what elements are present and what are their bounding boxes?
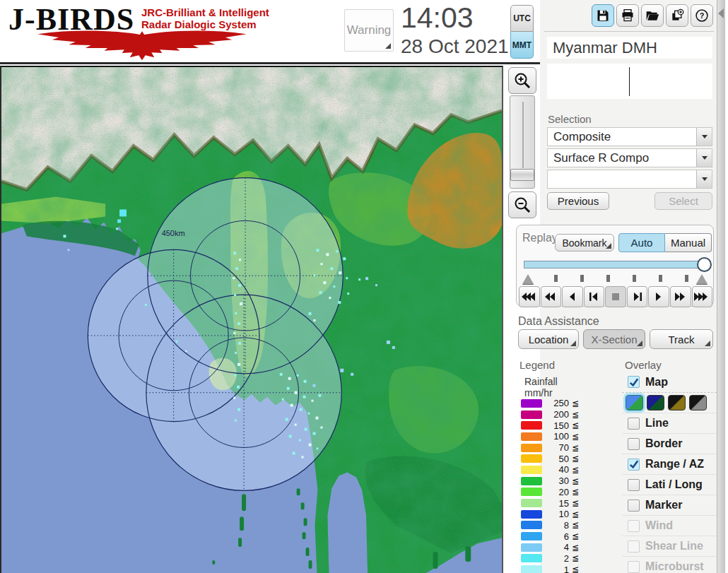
step-first-icon xyxy=(585,291,603,302)
tick-mark xyxy=(659,275,662,282)
clock-time: 14:03 xyxy=(401,1,474,35)
range-start-marker[interactable] xyxy=(522,274,534,284)
step-first-button[interactable] xyxy=(584,286,605,307)
legend-color-swatch xyxy=(521,488,542,496)
overlay-row-map: Map xyxy=(622,372,717,392)
chevron-down-icon[interactable] xyxy=(696,170,712,188)
checkmark-icon xyxy=(629,377,639,387)
help-icon: ? xyxy=(695,8,709,23)
station-selector-box[interactable] xyxy=(547,64,712,99)
zoom-out-button[interactable] xyxy=(508,191,536,218)
legend-lte-symbol: ≦ xyxy=(572,509,579,519)
timezone-toggle: UTC MMT xyxy=(510,5,534,59)
line-checkbox[interactable] xyxy=(628,418,640,430)
legend-lte-symbol: ≦ xyxy=(572,410,579,420)
map-checkbox[interactable] xyxy=(628,376,640,388)
panel-divider xyxy=(544,31,714,32)
legend-row: 4≦ xyxy=(521,542,614,553)
chevron-down-icon[interactable] xyxy=(696,149,712,167)
utc-button[interactable]: UTC xyxy=(510,5,534,32)
lati-long-checkbox[interactable] xyxy=(628,479,640,491)
overlay-row-shear-line: Shear Line xyxy=(622,536,717,556)
help-button[interactable]: ? xyxy=(691,4,713,27)
overlay-label: Range / AZ xyxy=(645,458,704,471)
location-button[interactable]: Location xyxy=(518,329,579,349)
range-az-checkbox[interactable] xyxy=(628,459,640,471)
panel-splitter[interactable] xyxy=(717,0,725,573)
fast-forward-icon xyxy=(693,291,711,302)
legend-color-swatch xyxy=(521,499,542,507)
zoom-slider-handle[interactable] xyxy=(510,169,534,181)
replay-mode-toggle: Auto Manual xyxy=(618,233,712,252)
fast-rewind-icon xyxy=(520,291,539,302)
map-style-4-button[interactable] xyxy=(689,395,707,410)
map-style-3-button[interactable] xyxy=(668,395,686,410)
auto-button[interactable]: Auto xyxy=(618,233,665,252)
play-reverse-button[interactable] xyxy=(562,286,583,307)
overlay-label: Lati / Long xyxy=(645,478,703,491)
stop-button[interactable] xyxy=(605,286,626,307)
manual-button[interactable]: Manual xyxy=(665,233,712,252)
replay-progress-slider[interactable] xyxy=(524,261,706,268)
legend-value: 8 xyxy=(542,520,569,531)
product-option-dropdown[interactable] xyxy=(547,170,712,189)
zoom-in-button[interactable] xyxy=(508,67,536,94)
map-canvas: 450km xyxy=(1,67,502,573)
save-button[interactable] xyxy=(592,4,614,27)
legend-row: 100≦ xyxy=(521,431,614,442)
legend-color-swatch xyxy=(521,454,542,463)
tick-mark xyxy=(633,275,636,282)
open-folder-button[interactable] xyxy=(641,4,664,27)
overlay-row-line: Line xyxy=(622,413,717,433)
fast-rewind-button[interactable] xyxy=(519,286,540,307)
microburst-checkbox xyxy=(628,561,640,573)
overlay-label: Shear Line xyxy=(645,540,703,553)
skip-forward-button[interactable] xyxy=(670,286,691,307)
eagle-logo-icon xyxy=(10,30,274,61)
tick-mark xyxy=(685,275,688,282)
fast-forward-button[interactable] xyxy=(692,286,713,307)
print-button[interactable] xyxy=(616,4,639,27)
border-checkbox[interactable] xyxy=(628,438,640,450)
legend-row: 6≦ xyxy=(521,531,614,542)
map-style-1-button[interactable] xyxy=(626,395,643,410)
track-button[interactable]: Track xyxy=(650,329,713,349)
legend-value: 6 xyxy=(542,531,569,542)
legend-lte-symbol: ≦ xyxy=(572,543,579,553)
legend-lte-symbol: ≦ xyxy=(572,487,579,497)
skip-back-button[interactable] xyxy=(541,286,562,307)
collapse-panel-icon[interactable] xyxy=(718,8,724,18)
selection-label: Selection xyxy=(548,113,592,125)
toolbar: ? xyxy=(592,4,713,27)
legend-color-swatch xyxy=(521,466,542,474)
x-section-button[interactable]: X-Section xyxy=(583,329,645,349)
play-button[interactable] xyxy=(648,286,669,307)
replay-slider-handle[interactable] xyxy=(697,257,712,272)
legend-lte-symbol: ≦ xyxy=(572,398,579,408)
legend-color-swatch xyxy=(521,410,542,419)
legend-value: 100 xyxy=(542,431,569,442)
step-last-button[interactable] xyxy=(627,286,648,307)
map-style-2-button[interactable] xyxy=(647,395,664,410)
zoom-slider-track[interactable] xyxy=(510,95,535,189)
zoom-out-icon xyxy=(513,196,532,214)
legend-row: 2≦ xyxy=(521,553,614,565)
previous-button[interactable]: Previous xyxy=(547,192,609,210)
legend-value: 70 xyxy=(542,442,569,453)
mmt-button[interactable]: MMT xyxy=(510,32,534,59)
replay-label: Replay xyxy=(522,232,558,244)
overlay-label: Microburst xyxy=(645,560,704,573)
legend-row: 8≦ xyxy=(521,520,614,531)
product-type-dropdown[interactable]: Surface R Compo xyxy=(547,148,712,167)
range-end-marker[interactable] xyxy=(696,274,708,284)
warning-button[interactable]: Warning xyxy=(344,9,394,52)
export-image-button[interactable] xyxy=(666,4,688,27)
overlay-list: MapLineBorderRange / AZLati / LongMarker… xyxy=(622,372,717,573)
chevron-down-icon[interactable] xyxy=(696,128,712,146)
marker-checkbox[interactable] xyxy=(628,500,640,512)
radar-map[interactable]: 450km xyxy=(0,66,503,573)
product-group-dropdown[interactable]: Composite xyxy=(547,127,712,146)
legend-color-swatch xyxy=(521,477,542,485)
select-button[interactable]: Select xyxy=(654,192,712,210)
bookmark-button[interactable]: Bookmark xyxy=(555,234,614,252)
